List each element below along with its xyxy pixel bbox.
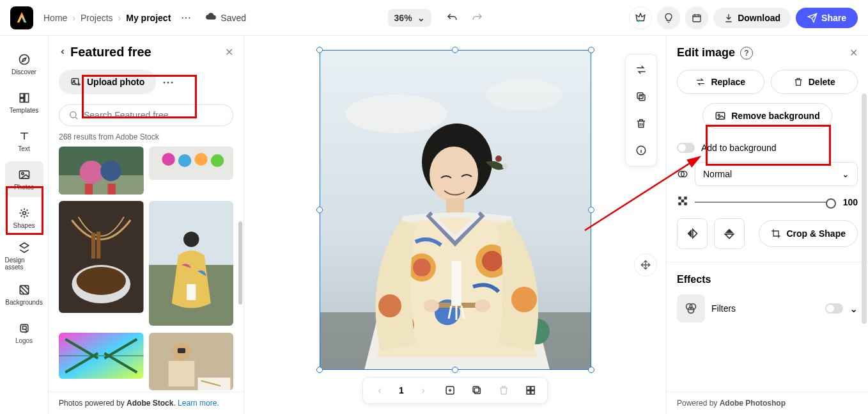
rail-logos[interactable]: Logos [5, 315, 43, 351]
delete-page-button[interactable] [496, 383, 511, 398]
stock-photo-thumb[interactable] [149, 147, 234, 180]
svg-point-31 [183, 232, 199, 247]
cloud-icon [205, 11, 217, 24]
photos-panel: Featured free ✕ Upload photo ⋯ 268 resul… [49, 36, 244, 414]
redo-button[interactable] [467, 8, 488, 28]
undo-button[interactable] [442, 8, 462, 28]
stock-photo-thumb[interactable] [149, 333, 234, 390]
edit-image-panel: Edit image ? ✕ Replace Delete Remove bac… [666, 36, 868, 414]
stock-photo-thumb[interactable] [59, 333, 144, 379]
effects-heading: Effects [677, 274, 858, 285]
help-icon[interactable]: ? [740, 47, 753, 60]
blend-mode-select[interactable]: Normal ⌄ [695, 162, 858, 186]
svg-point-12 [70, 112, 76, 118]
filters-icon [677, 294, 705, 322]
prev-page-button[interactable]: ‹ [372, 383, 387, 398]
more-options-button[interactable]: ⋯ [162, 75, 174, 89]
rail-photos[interactable]: Photos [5, 161, 43, 197]
lightbulb-icon[interactable] [657, 6, 680, 29]
canvas[interactable]: ‹ 1 › [244, 36, 666, 414]
svg-rect-27 [91, 233, 95, 259]
chevron-down-icon[interactable]: ⌄ [849, 303, 858, 315]
crumb-home[interactable]: Home [43, 13, 67, 23]
resize-handle-mr[interactable] [588, 207, 594, 213]
rail-design-assets[interactable]: Design assets [5, 238, 43, 274]
remove-background-button[interactable]: Remove background [702, 103, 832, 129]
swap-icon[interactable] [630, 58, 653, 81]
rail-label: Logos [15, 337, 33, 344]
back-button[interactable] [59, 47, 66, 58]
svg-rect-72 [717, 113, 725, 120]
resize-handle-bm[interactable] [452, 367, 458, 373]
resize-handle-ml[interactable] [316, 207, 323, 213]
delete-button[interactable]: Delete [771, 70, 858, 94]
filters-label: Filters [711, 303, 819, 314]
rail-label: Templates [10, 107, 39, 114]
svg-point-83 [688, 307, 694, 313]
learn-more-link[interactable]: Learn more. [178, 399, 219, 408]
rail-shapes[interactable]: Shapes [5, 200, 43, 235]
svg-rect-71 [531, 391, 534, 394]
opacity-slider[interactable] [695, 202, 832, 203]
canvas-toolbar [625, 54, 657, 166]
add-page-button[interactable] [442, 383, 458, 398]
filters-toggle[interactable] [825, 303, 843, 314]
svg-rect-36 [177, 348, 185, 353]
add-to-background-toggle[interactable] [677, 143, 695, 153]
calendar-icon[interactable] [685, 6, 708, 29]
delete-icon[interactable] [630, 112, 653, 135]
next-page-button[interactable]: › [415, 383, 431, 398]
duplicate-icon[interactable] [630, 85, 653, 108]
stock-photo-thumb[interactable] [59, 201, 144, 313]
svg-rect-3 [24, 93, 28, 102]
scrollbar[interactable] [238, 221, 242, 305]
search-icon [68, 110, 79, 120]
crop-shape-button[interactable]: Crop & Shape [759, 220, 858, 247]
stock-photo-thumb[interactable] [149, 201, 234, 326]
rail-text[interactable]: Text [5, 123, 43, 159]
canvas-selection[interactable] [320, 50, 591, 370]
replace-button[interactable]: Replace [677, 70, 764, 94]
rail-backgrounds[interactable]: Backgrounds [5, 276, 43, 312]
app-logo[interactable] [10, 6, 33, 29]
download-button[interactable]: Download [713, 8, 791, 28]
close-panel-button[interactable]: ✕ [225, 46, 233, 58]
zoom-select[interactable]: 36% ⌄ [388, 9, 431, 27]
svg-rect-80 [684, 202, 687, 205]
resize-handle-tl[interactable] [316, 47, 323, 53]
chevron-down-icon: ⌄ [417, 13, 425, 23]
upload-label: Upload photo [87, 77, 144, 87]
move-button[interactable] [634, 253, 657, 276]
duplicate-page-button[interactable] [469, 383, 484, 398]
scrollbar[interactable] [862, 93, 867, 324]
resize-handle-tr[interactable] [588, 47, 594, 53]
rail-label: Backgrounds [5, 299, 42, 306]
resize-handle-bl[interactable] [316, 367, 323, 373]
svg-point-73 [718, 115, 720, 116]
chevron-right-icon: › [72, 13, 75, 23]
search-input-wrapper[interactable] [59, 104, 233, 126]
premium-icon[interactable] [629, 6, 652, 29]
info-icon[interactable] [630, 139, 653, 162]
stock-photo-thumb[interactable] [59, 147, 144, 195]
upload-photo-button[interactable]: Upload photo [59, 70, 156, 94]
svg-point-16 [100, 161, 121, 181]
crumb-current[interactable]: My project [126, 13, 171, 23]
rail-label: Shapes [13, 222, 35, 229]
more-icon[interactable]: ⋯ [176, 8, 196, 28]
svg-point-23 [210, 154, 223, 167]
opacity-icon [677, 195, 688, 209]
crumb-projects[interactable]: Projects [81, 13, 113, 23]
resize-handle-tm[interactable] [452, 47, 458, 53]
resize-handle-br[interactable] [588, 367, 594, 373]
rail-templates[interactable]: Templates [5, 84, 43, 120]
flip-vertical-button[interactable] [714, 218, 745, 249]
grid-view-button[interactable] [523, 383, 538, 398]
share-label: Share [821, 13, 846, 23]
svg-rect-66 [474, 388, 480, 394]
close-panel-button[interactable]: ✕ [849, 47, 858, 59]
search-input[interactable] [84, 110, 224, 120]
share-button[interactable]: Share [796, 8, 858, 28]
flip-horizontal-button[interactable] [677, 218, 708, 249]
rail-discover[interactable]: Discover [5, 46, 43, 82]
